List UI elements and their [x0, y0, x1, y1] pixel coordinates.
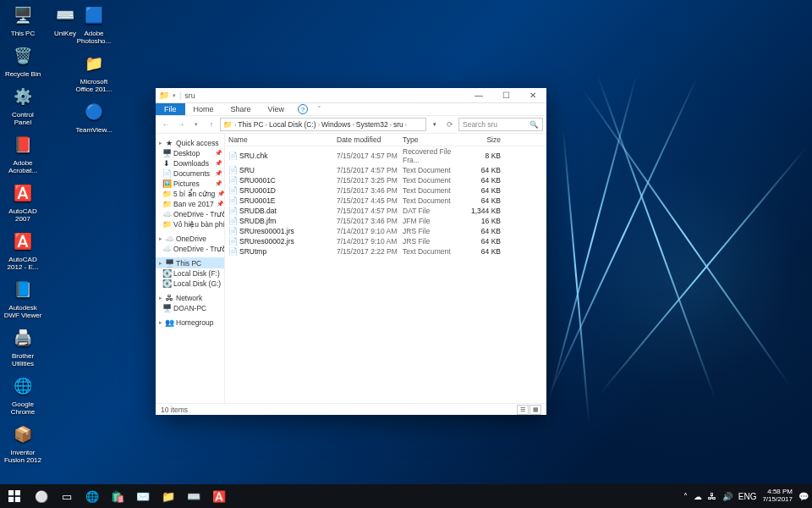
taskbar-explorer-icon[interactable]: 📁 [156, 484, 181, 508]
chevron-right-icon[interactable]: › [390, 122, 392, 128]
breadcrumb-item[interactable]: Local Disk (C:) [269, 120, 316, 129]
column-headers[interactable]: Name Date modified Type Size [225, 134, 546, 146]
tray-clock[interactable]: 4:58 PM 7/15/2017 [762, 489, 793, 504]
nav-item[interactable]: 💽Local Disk (G:) [156, 279, 224, 289]
nav-item[interactable]: 🖥️DOAN-PC [156, 303, 224, 313]
table-row[interactable]: 📄SRUDB.jfm7/15/2017 3:46 PMJFM File16 KB [225, 216, 546, 226]
col-date[interactable]: Date modified [335, 135, 401, 144]
nav-item[interactable]: ☁️OneDrive - Trường Đ. [156, 244, 224, 254]
desktop-icon[interactable]: 🖨️Brother Utilities [3, 325, 43, 367]
desktop-icon[interactable]: 📁Microsoft Office 201... [74, 51, 114, 93]
chevron-right-icon[interactable]: › [234, 122, 236, 128]
desktop-icon[interactable]: 📕Adobe Acrobat... [3, 132, 43, 174]
nav-group[interactable]: ▸☁️OneDrive [156, 233, 224, 244]
chevron-right-icon[interactable]: › [352, 122, 354, 128]
svg-rect-0 [8, 490, 14, 495]
breadcrumb-item[interactable]: Windows [321, 120, 350, 129]
taskbar-search-icon[interactable]: ⚪ [29, 484, 54, 508]
tray-expand-icon[interactable]: ˄ [683, 492, 688, 501]
nav-forward-icon[interactable]: → [174, 118, 188, 131]
table-row[interactable]: 📄SRUres00001.jrs7/14/2017 9:10 AMJRS Fil… [225, 226, 546, 236]
table-row[interactable]: 📄SRUres00002.jrs7/14/2017 9:10 AMJRS Fil… [225, 236, 546, 246]
nav-group[interactable]: ▸🖥️This PC [156, 257, 224, 268]
col-name[interactable]: Name [225, 135, 335, 144]
nav-item[interactable]: 💽Local Disk (F:) [156, 268, 224, 279]
table-row[interactable]: 📄SRU7/15/2017 4:57 PMText Document64 KB [225, 165, 546, 175]
ribbon-tab-home[interactable]: Home [185, 103, 222, 115]
table-row[interactable]: 📄SRU.chk7/15/2017 4:57 PMRecovered File … [225, 146, 546, 165]
refresh-icon[interactable]: ⟳ [443, 118, 457, 131]
breadcrumb-item[interactable]: System32 [356, 120, 388, 129]
table-row[interactable]: 📄SRU0001C7/15/2017 3:25 PMText Document6… [225, 175, 546, 185]
table-row[interactable]: 📄SRUDB.dat7/15/2017 4:57 PMDAT File1,344… [225, 206, 546, 216]
taskbar-store-icon[interactable]: 🛍️ [105, 484, 130, 508]
breadcrumb[interactable]: 📁 › This PC›Local Disk (C:)›Windows›Syst… [220, 118, 426, 131]
desktop-icon[interactable]: 🖥️This PC [3, 3, 43, 37]
breadcrumb-item[interactable]: sru [393, 120, 403, 129]
nav-item[interactable]: 📁5 bí ẩn cứng📌 [156, 189, 224, 199]
search-input[interactable]: Search sru 🔍 [458, 118, 543, 131]
chevron-right-icon[interactable]: › [405, 122, 407, 128]
nav-item[interactable]: ☁️OneDrive - Trường I [156, 209, 224, 219]
nav-item-label: Desktop [173, 149, 200, 157]
nav-group[interactable]: ▸👥Homegroup [156, 317, 224, 328]
desktop-icon[interactable]: 🔵TeamView... [74, 99, 114, 134]
help-icon[interactable]: ? [298, 104, 308, 114]
nav-item[interactable]: 📁Vô hiệu bàn phím [156, 219, 224, 229]
ribbon-tab-view[interactable]: View [260, 103, 293, 115]
col-type[interactable]: Type [401, 135, 460, 144]
taskbar-unikey-icon[interactable]: ⌨️ [181, 484, 206, 508]
desktop-icon[interactable]: 🌐Google Chrome [3, 373, 43, 416]
desktop-icon[interactable]: ⚙️Control Panel [3, 84, 43, 126]
quickaccess-dropdown-icon[interactable]: ▾ [173, 92, 176, 99]
nav-item[interactable]: 🖼️Pictures📌 [156, 179, 224, 189]
nav-item[interactable]: 📁Ban ve 2017📌 [156, 199, 224, 209]
desktop-icon[interactable]: 📦Inventor Fusion 2012 [3, 422, 43, 464]
tray-onedrive-icon[interactable]: ☁ [694, 492, 702, 501]
desktop-icon[interactable]: 🗑️Recycle Bin [3, 43, 43, 78]
taskbar-chrome-icon[interactable]: 🌐 [80, 484, 105, 508]
taskbar-autocad-icon[interactable]: 🅰️ [206, 484, 232, 508]
ribbon-collapse-icon[interactable]: ˅ [313, 103, 326, 115]
breadcrumb-item[interactable]: This PC [238, 120, 263, 129]
breadcrumb-dropdown-icon[interactable]: ▾ [428, 118, 442, 131]
desktop-icon-glyph: 📁 [81, 51, 107, 76]
view-details-button[interactable]: ☰ [517, 405, 529, 415]
search-placeholder: Search sru [463, 120, 497, 129]
minimize-button[interactable]: — [465, 88, 492, 103]
tray-network-icon[interactable]: 🖧 [708, 492, 716, 501]
file-type: DAT File [401, 207, 460, 215]
desktop-icon[interactable]: 🅰️AutoCAD 2012 - E... [3, 229, 43, 271]
desktop-icon[interactable]: 🅰️AutoCAD 2007 [3, 180, 43, 223]
start-button[interactable] [0, 484, 29, 508]
nav-back-icon[interactable]: ← [159, 118, 173, 131]
desktop-icon[interactable]: 🟦Adobe Photosho... [74, 3, 114, 45]
col-size[interactable]: Size [460, 135, 502, 144]
close-button[interactable]: ✕ [519, 88, 546, 103]
titlebar[interactable]: 📁 ▾ | sru — ☐ ✕ [156, 88, 546, 103]
tray-lang[interactable]: ENG [738, 492, 757, 501]
tray-volume-icon[interactable]: 🔊 [722, 492, 732, 501]
ribbon-tab-file[interactable]: File [156, 103, 185, 115]
file-rows: 📄SRU.chk7/15/2017 4:57 PMRecovered File … [225, 146, 546, 403]
ribbon-tab-share[interactable]: Share [222, 103, 260, 115]
desktop-icon[interactable]: 📘Autodesk DWF Viewer [3, 277, 43, 319]
nav-group[interactable]: ▸★Quick access [156, 137, 224, 148]
taskbar-taskview-icon[interactable]: ▭ [54, 484, 80, 508]
table-row[interactable]: 📄SRU0001E7/15/2017 4:45 PMText Document6… [225, 196, 546, 206]
chevron-right-icon[interactable]: › [318, 122, 320, 128]
nav-item[interactable]: ⬇Downloads📌 [156, 158, 224, 168]
nav-history-dropdown-icon[interactable]: ▾ [189, 118, 203, 131]
nav-up-icon[interactable]: ↑ [205, 118, 218, 131]
view-large-button[interactable]: ▦ [529, 405, 541, 415]
taskbar-mail-icon[interactable]: ✉️ [130, 484, 156, 508]
chevron-right-icon[interactable]: › [266, 122, 267, 128]
nav-item[interactable]: 📄Documents📌 [156, 168, 224, 179]
maximize-button[interactable]: ☐ [492, 88, 519, 103]
table-row[interactable]: 📄SRU0001D7/15/2017 3:46 PMText Document6… [225, 185, 546, 196]
file-size: 16 KB [460, 217, 502, 225]
table-row[interactable]: 📄SRUtmp7/15/2017 2:22 PMText Document64 … [225, 246, 546, 257]
nav-group[interactable]: ▸🖧Network [156, 292, 224, 303]
nav-item[interactable]: 🖥️Desktop📌 [156, 148, 224, 158]
tray-notifications-icon[interactable]: 💬 [798, 492, 809, 501]
